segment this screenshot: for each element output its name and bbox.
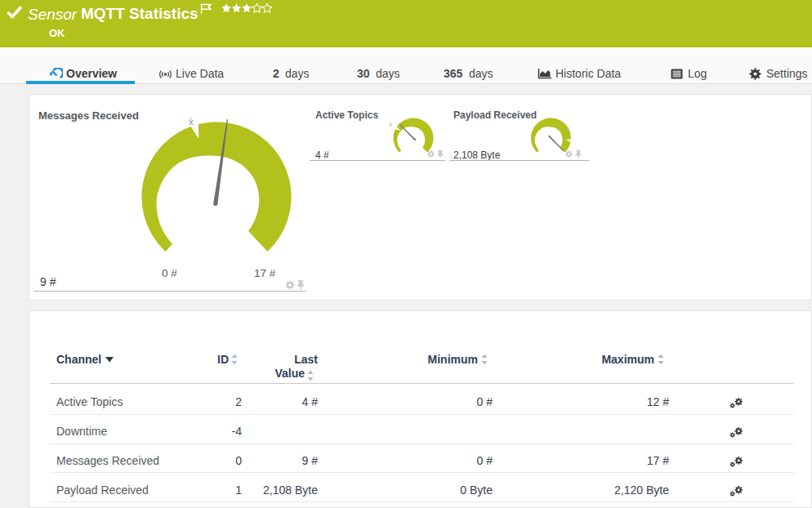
svg-text:x̄: x̄ (566, 125, 569, 132)
svg-text:x̄: x̄ (189, 117, 194, 127)
svg-text:x̄: x̄ (389, 121, 392, 128)
